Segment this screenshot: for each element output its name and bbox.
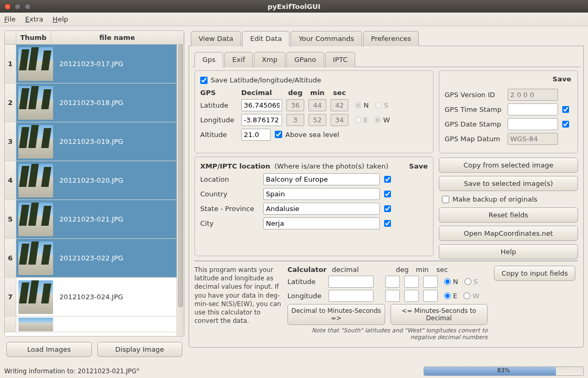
thumbnail-image	[18, 242, 53, 275]
tab-preferences[interactable]: Preferences	[363, 31, 419, 46]
menu-extra[interactable]: Extra	[25, 15, 43, 23]
location-group: XMP/IPTC location (Where is/are the phot…	[194, 156, 434, 256]
calc-lon-min-input[interactable]	[404, 290, 419, 302]
calc-lat-sec-input[interactable]	[423, 276, 438, 288]
calc-lat-s-radio[interactable]: S	[465, 278, 478, 286]
help-button[interactable]: Help	[439, 244, 578, 259]
gps-time-input[interactable]	[508, 103, 558, 116]
longitude-min-input[interactable]	[308, 114, 326, 126]
table-row[interactable]: 120121023-017.JPG	[5, 45, 184, 83]
altitude-input[interactable]	[241, 129, 271, 141]
lon-e-radio[interactable]: E	[355, 116, 368, 124]
lat-n-radio[interactable]: N	[355, 101, 369, 109]
subtab-gps[interactable]: Gps	[194, 52, 223, 67]
main-menu: File Extra Help	[0, 13, 588, 26]
action-buttons: Copy from selected image Save to selecte…	[439, 156, 578, 259]
gps-right-group: Save GPS Version ID GPS Time Stamp GPS D…	[439, 70, 578, 153]
table-row[interactable]: 220121023-018.JPG	[5, 83, 184, 122]
country-input[interactable]	[263, 188, 380, 200]
location-input[interactable]	[263, 173, 380, 185]
longitude-deg-input[interactable]	[286, 114, 304, 126]
longitude-decimal-input[interactable]	[241, 114, 282, 126]
calc-lat-decimal-input[interactable]	[328, 276, 374, 288]
location-label: Location	[200, 175, 259, 183]
longitude-sec-input[interactable]	[331, 114, 348, 126]
table-row[interactable]: 520121023-021.JPG	[5, 200, 184, 239]
gps-time-checkbox[interactable]	[562, 106, 569, 113]
col-thumb-header[interactable]: Thumb	[16, 31, 51, 44]
thumbnail-image	[18, 86, 53, 120]
load-images-button[interactable]: Load Images	[6, 342, 92, 357]
state-input[interactable]	[263, 203, 380, 215]
copy-from-button[interactable]: Copy from selected image	[439, 158, 578, 173]
col-filename-header[interactable]: file name	[51, 31, 184, 44]
city-input[interactable]	[263, 217, 380, 229]
location-checkbox[interactable]	[384, 176, 391, 183]
lat-s-radio[interactable]: S	[375, 101, 388, 109]
location-subtitle: (Where is/are the photo(s) taken)	[274, 162, 388, 170]
decimal-to-dms-button[interactable]: Decimal to Minutes-Seconds =>	[287, 304, 385, 325]
subtab-exif[interactable]: Exif	[224, 52, 253, 67]
tab-edit-data[interactable]: Edit Data	[242, 31, 290, 46]
table-row[interactable]: 320121023-019.JPG	[5, 122, 184, 161]
calc-lat-min-input[interactable]	[404, 276, 419, 288]
table-row[interactable]: 620121023-022.JPG	[5, 239, 184, 278]
thumbnail-image	[18, 203, 53, 236]
gps-date-input[interactable]	[508, 118, 558, 130]
gps-version-input[interactable]	[508, 89, 558, 101]
gps-date-checkbox[interactable]	[562, 121, 569, 128]
altitude-label: Altitude	[200, 131, 237, 139]
calc-lon-w-radio[interactable]: W	[463, 292, 479, 300]
table-row[interactable]: 420121023-020.JPG	[5, 161, 184, 200]
country-checkbox[interactable]	[384, 191, 391, 197]
latitude-sec-input[interactable]	[331, 99, 348, 111]
calc-footnote: Note that "South" latitudes and "West" l…	[287, 327, 488, 341]
state-checkbox[interactable]	[384, 205, 391, 212]
lon-w-radio[interactable]: W	[374, 116, 390, 124]
tab-view-data[interactable]: View Data	[191, 31, 241, 46]
latitude-decimal-input[interactable]	[241, 99, 282, 111]
window-title: pyExifToolGUI	[0, 3, 588, 10]
thumbnail-image	[18, 280, 53, 314]
subtab-xmp[interactable]: Xmp	[254, 52, 285, 67]
reset-fields-button[interactable]: Reset fields	[439, 207, 578, 223]
latitude-min-input[interactable]	[308, 99, 326, 111]
gps-version-label: GPS Version ID	[445, 91, 503, 99]
status-bar: Writing information to: 20121023-021.JPG…	[0, 364, 588, 378]
tab-your-commands[interactable]: Your Commands	[291, 31, 362, 46]
subtab-iptc[interactable]: IPTC	[325, 52, 356, 67]
backup-checkbox[interactable]: Make backup of originals	[439, 194, 578, 204]
save-to-button[interactable]: Save to selected image(s)	[439, 176, 578, 191]
city-label: City	[200, 219, 259, 227]
calc-lon-e-radio[interactable]: E	[444, 292, 457, 300]
row-index: 4	[5, 161, 16, 200]
filename-cell: 20121023-021.JPG	[55, 215, 184, 223]
table-row[interactable]: 720121023-024.JPG	[5, 278, 184, 317]
menu-file[interactable]: File	[4, 15, 16, 23]
thumbnail-image	[18, 47, 53, 81]
calc-lat-n-radio[interactable]: N	[444, 278, 458, 286]
calc-deg-col: deg	[395, 266, 410, 274]
country-label: Country	[200, 190, 259, 198]
display-image-button[interactable]: Display Image	[97, 342, 183, 357]
file-table-scrollbar[interactable]	[177, 45, 184, 337]
main-tabs: View Data Edit Data Your Commands Prefer…	[189, 30, 584, 46]
dms-to-decimal-button[interactable]: <= Minutes-Seconds to Decimal	[390, 304, 488, 325]
city-checkbox[interactable]	[384, 220, 391, 227]
gps-datum-input[interactable]	[508, 133, 558, 145]
copy-to-input-button[interactable]: Copy to input fields	[494, 266, 575, 281]
calc-lon-sec-input[interactable]	[423, 290, 438, 302]
calc-lon-decimal-input[interactable]	[328, 290, 374, 302]
calc-lon-deg-input[interactable]	[385, 290, 400, 302]
latitude-deg-input[interactable]	[286, 99, 304, 111]
menu-help[interactable]: Help	[53, 15, 68, 23]
calculator-note: This program wants your latitude and lon…	[194, 266, 281, 325]
deg-col-label: deg	[286, 89, 304, 97]
calc-lat-deg-input[interactable]	[385, 276, 400, 288]
save-lla-checkbox[interactable]: Save Latitude/longitude/Altitude	[200, 76, 321, 84]
min-col-label: min	[308, 89, 326, 97]
above-sea-checkbox[interactable]: Above sea level	[275, 131, 339, 139]
location-title: XMP/IPTC location	[200, 162, 270, 170]
subtab-gpano[interactable]: GPano	[286, 52, 324, 67]
open-mapcoordinates-button[interactable]: Open MapCoordinates.net	[439, 226, 578, 241]
